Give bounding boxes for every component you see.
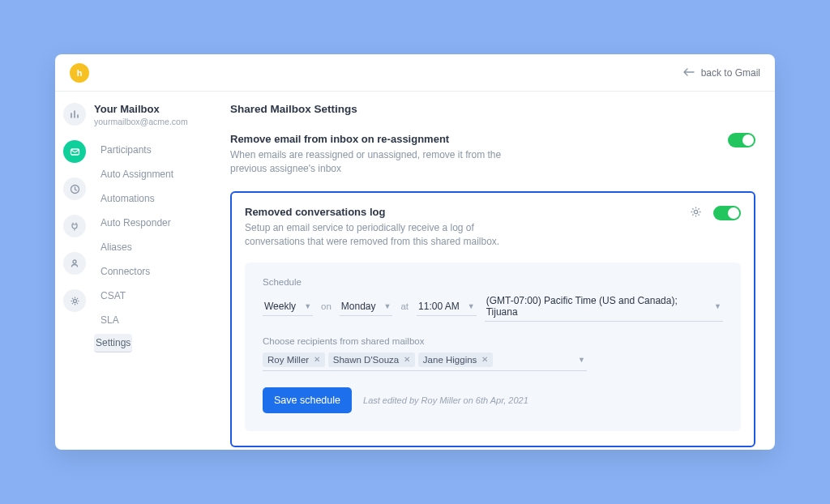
remove-chip-button[interactable]: ✕ <box>481 355 488 364</box>
recipients-select[interactable]: Roy Miller✕ Shawn D'Souza✕ Jane Higgins✕… <box>263 351 587 371</box>
sidenav-item-automations[interactable]: Automations <box>94 188 216 209</box>
app-logo-glyph: h <box>77 68 83 78</box>
back-label: back to Gmail <box>701 67 760 79</box>
back-to-gmail-link[interactable]: back to Gmail <box>683 67 760 79</box>
topbar: h back to Gmail <box>55 54 775 92</box>
chevron-down-icon: ▼ <box>714 302 721 310</box>
bars-icon <box>70 109 79 119</box>
chevron-down-icon: ▼ <box>578 356 585 364</box>
frequency-value: Weekly <box>264 301 296 312</box>
iconbar <box>55 92 94 450</box>
timezone-value: (GMT-07:00) Pacific Time (US and Canada)… <box>486 295 706 318</box>
iconbar-user[interactable] <box>63 252 86 275</box>
recipient-chip: Jane Higgins✕ <box>418 352 493 367</box>
schedule-panel: Schedule Weekly ▼ on Monday ▼ at <box>245 263 741 431</box>
recipient-chip-label: Roy Miller <box>267 355 309 365</box>
iconbar-mailbox[interactable] <box>63 140 86 163</box>
iconbar-analytics[interactable] <box>63 103 86 126</box>
sidenav: Your Mailbox yourmailbox@acme.com Partic… <box>94 92 216 450</box>
page-title: Shared Mailbox Settings <box>230 103 755 115</box>
iconbar-settings[interactable] <box>63 289 86 312</box>
sidenav-item-csat[interactable]: CSAT <box>94 285 216 306</box>
remove-chip-button[interactable]: ✕ <box>404 355 410 364</box>
frequency-select[interactable]: Weekly ▼ <box>263 297 313 316</box>
time-select[interactable]: 11:00 AM ▼ <box>417 297 477 316</box>
sidenav-item-auto-assignment[interactable]: Auto Assignment <box>94 164 216 185</box>
arrow-left-icon <box>683 67 695 79</box>
user-icon <box>70 258 79 268</box>
save-schedule-button[interactable]: Save schedule <box>263 387 352 413</box>
app-logo: h <box>70 63 89 83</box>
removed-log-title: Removed conversations log <box>245 206 537 218</box>
app-body: Your Mailbox yourmailbox@acme.com Partic… <box>55 92 775 450</box>
removed-log-desc: Setup an email service to periodically r… <box>245 221 537 250</box>
chevron-down-icon: ▼ <box>304 302 311 310</box>
mailbox-email: yourmailbox@acme.com <box>94 117 216 126</box>
gear-icon <box>70 296 80 306</box>
chevron-down-icon: ▼ <box>468 302 475 310</box>
remove-email-toggle[interactable] <box>728 133 755 147</box>
schedule-label: Schedule <box>263 277 723 287</box>
on-label: on <box>321 301 332 311</box>
sidenav-item-connectors[interactable]: Connectors <box>94 261 216 282</box>
recipient-chip: Roy Miller✕ <box>263 352 325 367</box>
iconbar-power[interactable] <box>63 215 86 237</box>
chevron-down-icon: ▼ <box>384 302 391 310</box>
timezone-select[interactable]: (GMT-07:00) Pacific Time (US and Canada)… <box>485 292 723 322</box>
sidenav-item-auto-responder[interactable]: Auto Responder <box>94 212 216 233</box>
at-label: at <box>400 301 409 311</box>
removed-log-settings-button[interactable] <box>690 206 702 220</box>
iconbar-time[interactable] <box>63 177 86 200</box>
sidenav-item-participants[interactable]: Participants <box>94 139 216 160</box>
recipient-chip-label: Shawn D'Souza <box>333 355 399 365</box>
sidenav-item-aliases[interactable]: Aliases <box>94 237 216 258</box>
recipient-chip-label: Jane Higgins <box>423 355 477 365</box>
sidenav-item-settings[interactable]: Settings <box>94 334 132 352</box>
mailbox-title: Your Mailbox <box>94 103 216 115</box>
day-value: Monday <box>341 301 376 312</box>
svg-point-4 <box>694 210 697 213</box>
recipient-chip: Shawn D'Souza✕ <box>328 352 415 367</box>
removed-log-toggle[interactable] <box>713 206 741 220</box>
clock-icon <box>70 184 80 194</box>
svg-point-2 <box>73 260 76 263</box>
day-select[interactable]: Monday ▼ <box>340 297 393 316</box>
inbox-icon <box>70 147 80 157</box>
time-value: 11:00 AM <box>418 301 460 312</box>
sidenav-item-sla[interactable]: SLA <box>94 310 216 331</box>
remove-email-title: Remove email from inbox on re-assignment <box>230 133 522 145</box>
app-window: h back to Gmail <box>55 54 775 450</box>
section-remove-email: Remove email from inbox on re-assignment… <box>230 133 755 177</box>
plug-icon <box>70 221 79 231</box>
last-edited-text: Last edited by Roy Miller on 6th Apr, 20… <box>363 395 528 405</box>
content: Shared Mailbox Settings Remove email fro… <box>216 92 775 450</box>
section-removed-log: Removed conversations log Setup an email… <box>230 191 755 447</box>
svg-point-3 <box>73 299 76 302</box>
remove-chip-button[interactable]: ✕ <box>314 355 320 364</box>
gear-icon <box>690 206 702 218</box>
remove-email-desc: When emails are reassigned or unassigned… <box>230 148 522 177</box>
recipients-label: Choose recipients from shared mailbox <box>263 336 723 346</box>
schedule-row: Weekly ▼ on Monday ▼ at 11:00 AM ▼ <box>263 292 723 322</box>
